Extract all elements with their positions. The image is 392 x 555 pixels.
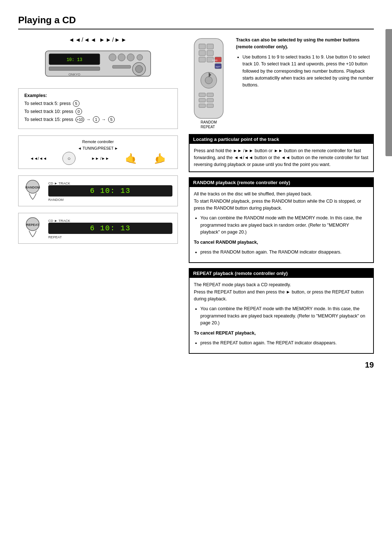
page-number: 19: [365, 360, 374, 370]
svg-rect-31: [199, 98, 205, 102]
random-label: RANDOM: [201, 120, 217, 124]
random-mode-label: RANDOM: [48, 198, 172, 202]
device-area: ◄◄/◄◄ ►►/►► 10: 13: [18, 37, 178, 82]
svg-rect-17: [199, 44, 205, 49]
random-cancel-heading: To cancel RANDOM playback,: [194, 239, 369, 246]
repeat-button-svg: REPEAT: [24, 217, 42, 239]
page: Playing a CD ◄◄/◄◄ ►►/►► 10: 13: [0, 0, 392, 381]
repeat-display-sub: CD ► TRACK 6 10: 13 REPEAT: [48, 218, 172, 239]
example-row-1: To select track 5: press 5: [24, 100, 172, 107]
center-button: ○: [62, 152, 75, 165]
svg-text:ONKYO: ONKYO: [69, 73, 81, 76]
example-row-3: To select track 15: press +10 → 1 → 5: [24, 116, 172, 123]
example-text-1: To select track 5: press: [24, 101, 71, 106]
repeat-hand-icon: REPEAT: [24, 217, 42, 240]
svg-rect-30: [207, 93, 213, 97]
svg-point-4: [109, 54, 116, 61]
track-selection-desc: Tracks can also be selected by using the…: [236, 37, 374, 129]
track-selection-bold: Tracks can also be selected by using the…: [236, 37, 359, 49]
svg-rect-10: [113, 65, 131, 68]
skip-forward-label: ►► /►►: [91, 156, 109, 161]
repeat-cancel-heading: To cancel REPEAT playback,: [194, 330, 369, 337]
repeat-display-screen: 6 10: 13: [48, 223, 172, 234]
repeat-section-title: REPEAT playback (remote controller only): [189, 269, 373, 278]
device-arrows-label: ◄◄/◄◄ ►►/►►: [69, 37, 127, 43]
repeat-display-unit: REPEAT CD ► TRACK 6 10: 13 REPEAT: [18, 213, 178, 244]
locate-body-text: Press and hold the ►► /►► button or ►► b…: [194, 147, 369, 168]
random-button-svg: RANDOM: [24, 179, 42, 201]
svg-rect-3: [49, 67, 100, 70]
tuning-preset-label: ◄ TUNING/PRESET ►: [22, 146, 174, 150]
repeat-track-label: CD ► TRACK: [48, 219, 172, 223]
locate-section-box: Locating a particular point of the track…: [189, 134, 374, 172]
svg-rect-18: [207, 44, 213, 49]
svg-rect-29: [199, 93, 205, 97]
random-section-title: RANDOM playback (remote controller only): [189, 178, 373, 187]
svg-rect-32: [207, 98, 213, 102]
repeat-label: REPEAT: [201, 125, 217, 129]
random-display-sub: CD ► TRACK 6 10: 13 RANDOM: [48, 180, 172, 202]
svg-text:10: 13: 10: 13: [66, 57, 82, 62]
random-track-label: CD ► TRACK: [48, 181, 172, 185]
svg-point-6: [127, 54, 134, 61]
repeat-intro: The REPEAT mode plays back a CD repeated…: [194, 281, 369, 303]
arrow-2: →: [102, 117, 106, 122]
remote-controller-label: Remote controller: [22, 139, 174, 144]
right-top-section: RAND REPT: [189, 37, 374, 129]
left-column: ◄◄/◄◄ ►►/►► 10: 13: [18, 37, 178, 359]
random-section-box: RANDOM playback (remote controller only)…: [189, 177, 374, 263]
random-intro: All the tracks on the disc will be shuff…: [194, 191, 369, 212]
right-sidebar-tab: [385, 29, 392, 156]
example-text-2: To select track 10: press: [24, 109, 73, 114]
locate-section-body: Press and hold the ►► /►► button or ►► b…: [189, 144, 373, 171]
random-display-unit: RANDOM CD ► TRACK 6 10: 13 RANDOM: [18, 175, 178, 206]
random-bullet: You can combine the RANDOM mode with the…: [200, 215, 369, 236]
repeat-bullet: You can combine the REPEAT mode with the…: [200, 305, 369, 327]
remote-area: RAND REPT: [189, 37, 229, 129]
remote-svg: RAND REPT: [189, 37, 229, 120]
random-hand-icon: RANDOM: [24, 179, 42, 202]
key-1: 1: [93, 116, 99, 123]
example-row-2: To select track 10: press 0: [24, 108, 172, 115]
svg-rect-20: [207, 50, 213, 56]
examples-box: Examples: To select track 5: press 5 To …: [18, 88, 178, 129]
hand-icon-right: 🤙: [153, 153, 166, 165]
repeat-section-body: The REPEAT mode plays back a CD repeated…: [189, 278, 373, 353]
track-selection-body: Use buttons 1 to 9 to select tracks 1 to…: [242, 54, 374, 89]
main-layout: ◄◄/◄◄ ►►/►► 10: 13: [18, 37, 374, 359]
examples-title: Examples:: [24, 93, 172, 98]
cd-player-illustration: 10: 13 ONKYO: [40, 45, 156, 82]
example-text-3: To select track 15: press: [24, 117, 73, 122]
remote-controller-illus-box: Remote controller ◄ TUNING/PRESET ► ◄◄/◄…: [18, 135, 178, 169]
svg-text:RANDOM: RANDOM: [25, 186, 40, 189]
svg-text:REPT: REPT: [216, 66, 220, 68]
svg-point-28: [205, 77, 212, 84]
skip-back-label: ◄◄/◄◄: [30, 156, 47, 161]
cd-player-svg: 10: 13 ONKYO: [42, 47, 154, 80]
hand-icon-left: 🤙: [125, 153, 138, 165]
random-section-body: All the tracks on the disc will be shuff…: [189, 187, 373, 262]
svg-rect-19: [199, 50, 205, 56]
repeat-mode-label: REPEAT: [48, 235, 172, 239]
svg-point-9: [135, 65, 143, 73]
key-plus10: +10: [75, 116, 84, 123]
repeat-section-box: REPEAT playback (remote controller only)…: [189, 268, 374, 354]
svg-point-5: [118, 54, 125, 61]
svg-text:REPEAT: REPEAT: [26, 223, 39, 227]
arrow-1: →: [86, 117, 91, 122]
svg-rect-34: [207, 104, 213, 108]
svg-point-7: [137, 54, 143, 60]
remote-side-labels: RANDOM REPEAT: [201, 120, 217, 129]
svg-rect-33: [199, 104, 205, 108]
key-5: 5: [73, 100, 79, 107]
random-cancel-body: press the RANDOM button again. The RANDO…: [200, 249, 369, 256]
key-0: 0: [75, 108, 82, 115]
right-column: RAND REPT: [189, 37, 374, 359]
repeat-cancel-body: press the REPEAT button again. The REPEA…: [200, 340, 369, 347]
page-title: Playing a CD: [18, 15, 374, 29]
svg-text:RAND: RAND: [212, 59, 218, 61]
svg-rect-21: [199, 57, 205, 62]
locate-section-title: Locating a particular point of the track: [189, 135, 373, 144]
key-5b: 5: [108, 116, 115, 123]
illus-controls: ◄◄/◄◄ ○ ►► /►► 🤙 🤙: [22, 152, 174, 165]
